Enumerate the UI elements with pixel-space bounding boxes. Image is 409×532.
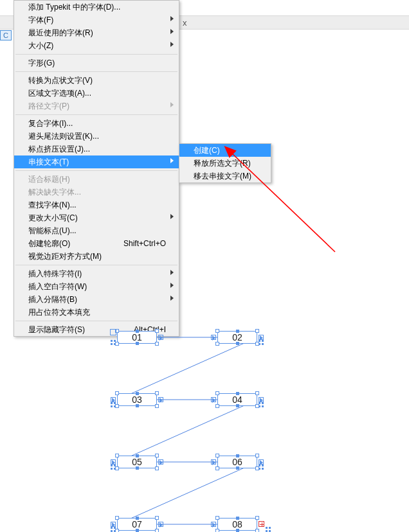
menu-kinsoku[interactable]: 避头尾法则设置(K)... bbox=[14, 130, 179, 143]
menu-size-label: 大小(Z) bbox=[28, 41, 53, 50]
thread-lines bbox=[0, 315, 409, 532]
menu-recent-fonts[interactable]: 最近使用的字体(R) bbox=[14, 26, 179, 39]
tab-close-x[interactable]: x bbox=[183, 18, 187, 28]
text-frame-label: 05 bbox=[132, 457, 142, 467]
menu-font[interactable]: 字体(F) bbox=[14, 13, 179, 26]
text-frame-label: 08 bbox=[232, 519, 242, 529]
out-port-icon bbox=[259, 397, 264, 402]
out-port-icon bbox=[158, 522, 163, 527]
menu-separator bbox=[15, 71, 177, 72]
menu-composite-fonts[interactable]: 复合字体(I)... bbox=[14, 117, 179, 130]
menu-mojikumi[interactable]: 标点挤压设置(J)... bbox=[14, 143, 179, 155]
in-port-icon bbox=[111, 522, 116, 527]
menu-threaded-text-label: 串接文本(T) bbox=[28, 157, 69, 166]
menu-threaded-text[interactable]: 串接文本(T) bbox=[14, 155, 179, 168]
text-frame-label: 06 bbox=[232, 457, 242, 467]
text-frame-07[interactable]: 07 bbox=[117, 518, 157, 531]
menu-fit-headline: 适合标题(H) bbox=[14, 173, 179, 186]
text-frame-label: 04 bbox=[232, 395, 242, 405]
menu-insert-special-label: 插入特殊字符(I) bbox=[28, 269, 82, 278]
menu-glyphs[interactable]: 字形(G) bbox=[14, 57, 179, 69]
panel-tab[interactable]: C bbox=[0, 30, 12, 40]
menu-insert-whitespace[interactable]: 插入空白字符(W) bbox=[14, 280, 179, 293]
in-port-icon bbox=[211, 522, 216, 527]
menu-change-case[interactable]: 更改大小写(C) bbox=[14, 211, 179, 224]
text-frame-03[interactable]: 03 bbox=[117, 393, 157, 406]
svg-line-7 bbox=[118, 462, 257, 524]
out-port-icon bbox=[158, 335, 163, 340]
menu-to-point-text[interactable]: 转换为点状文字(V) bbox=[14, 74, 179, 87]
menu-create-outlines[interactable]: 创建轮廓(O)Shift+Ctrl+O bbox=[14, 237, 179, 250]
chevron-right-icon bbox=[170, 29, 174, 34]
menu-separator bbox=[15, 170, 177, 171]
menu-size[interactable]: 大小(Z) bbox=[14, 39, 179, 52]
text-frame-label: 01 bbox=[132, 332, 142, 342]
chevron-right-icon bbox=[170, 16, 174, 21]
svg-line-5 bbox=[118, 400, 257, 462]
menu-type-on-path-label: 路径文字(P) bbox=[28, 102, 69, 111]
text-frame-05[interactable]: 05 bbox=[117, 456, 157, 468]
threaded-text-diagram: 01 02 03 04 05 06 07 bbox=[0, 315, 409, 532]
text-frame-02[interactable]: 02 bbox=[217, 331, 257, 344]
menu-insert-break[interactable]: 插入分隔符(B) bbox=[14, 293, 179, 306]
menu-resolve-missing-fonts: 解决缺失字体... bbox=[14, 186, 179, 199]
chevron-right-icon bbox=[170, 158, 174, 163]
svg-line-3 bbox=[118, 337, 257, 400]
in-port-icon bbox=[111, 397, 116, 402]
menu-type-on-path: 路径文字(P) bbox=[14, 100, 179, 112]
in-port-icon bbox=[211, 335, 216, 340]
threaded-text-submenu: 创建(C) 释放所选文字(R) 移去串接文字(M) bbox=[179, 143, 271, 183]
menu-font-label: 字体(F) bbox=[28, 15, 53, 24]
menu-area-type-options[interactable]: 区域文字选项(A)... bbox=[14, 87, 179, 100]
text-frame-label: 02 bbox=[232, 332, 242, 342]
text-frame-04[interactable]: 04 bbox=[217, 393, 257, 406]
submenu-release[interactable]: 释放所选文字(R) bbox=[179, 157, 271, 170]
submenu-create[interactable]: 创建(C) bbox=[179, 144, 271, 157]
out-port-icon bbox=[259, 335, 264, 340]
menu-add-typekit[interactable]: 添加 Typekit 中的字体(D)... bbox=[14, 1, 179, 13]
menu-find-font[interactable]: 查找字体(N)... bbox=[14, 199, 179, 211]
in-port-icon bbox=[111, 459, 116, 465]
overflow-indicator-icon bbox=[259, 521, 264, 527]
chevron-right-icon bbox=[170, 214, 174, 219]
in-port-icon bbox=[211, 397, 216, 402]
text-frame-01[interactable]: 01 bbox=[117, 331, 157, 344]
text-frame-label: 07 bbox=[132, 519, 142, 529]
menu-smart-punctuation[interactable]: 智能标点(U)... bbox=[14, 224, 179, 237]
out-port-icon bbox=[259, 459, 264, 465]
out-port-icon bbox=[158, 459, 163, 465]
submenu-remove[interactable]: 移去串接文字(M) bbox=[179, 170, 271, 182]
menu-separator bbox=[15, 114, 177, 115]
menu-change-case-label: 更改大小写(C) bbox=[28, 213, 78, 222]
text-frame-08[interactable]: 08 bbox=[217, 518, 257, 531]
menu-insert-special[interactable]: 插入特殊字符(I) bbox=[14, 267, 179, 280]
out-port-icon bbox=[158, 397, 163, 402]
chevron-right-icon bbox=[170, 283, 174, 288]
menu-insert-whitespace-label: 插入空白字符(W) bbox=[28, 282, 87, 291]
menu-separator bbox=[15, 54, 177, 55]
menu-separator bbox=[15, 265, 177, 265]
text-frame-label: 03 bbox=[132, 395, 142, 405]
text-frame-06[interactable]: 06 bbox=[217, 456, 257, 468]
menu-create-outlines-label: 创建轮廓(O) bbox=[28, 239, 70, 248]
shortcut-label: Shift+Ctrl+O bbox=[123, 237, 166, 250]
type-menu: 添加 Typekit 中的字体(D)... 字体(F) 最近使用的字体(R) 大… bbox=[14, 0, 179, 337]
menu-recent-fonts-label: 最近使用的字体(R) bbox=[28, 28, 93, 37]
chevron-right-icon bbox=[170, 42, 174, 47]
menu-optical-margin[interactable]: 视觉边距对齐方式(M) bbox=[14, 250, 179, 263]
chevron-right-icon bbox=[170, 296, 174, 301]
chevron-right-icon bbox=[170, 270, 174, 275]
chevron-right-icon bbox=[170, 102, 174, 107]
in-port-icon bbox=[211, 459, 216, 465]
menu-insert-break-label: 插入分隔符(B) bbox=[28, 295, 77, 304]
